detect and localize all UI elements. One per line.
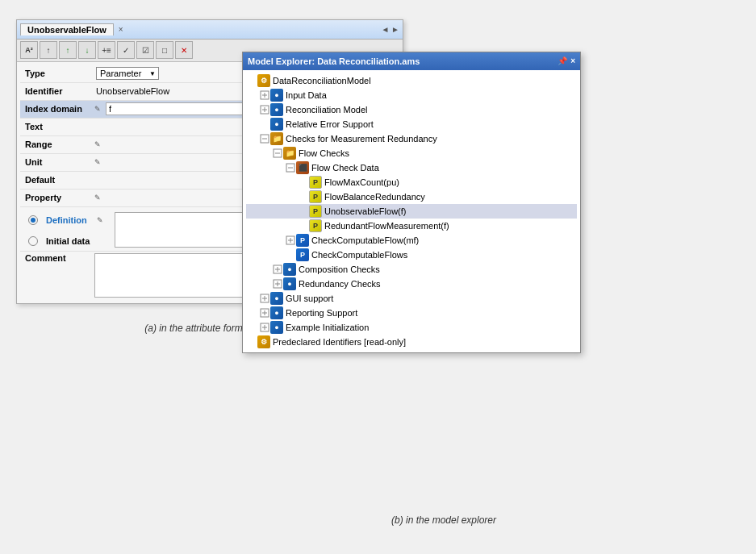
main-container: UnobservableFlow × ◄ ► A² ↑ ↑ ↓ +≡ ✓ ☑ □… <box>16 19 740 535</box>
expand-icon-rel-error[interactable] <box>259 119 270 130</box>
expand-icon-flow-max[interactable] <box>298 177 309 188</box>
tree-label-flow-bal: FlowBalanceRedundancy <box>324 192 425 202</box>
range-label: Range <box>20 138 93 151</box>
property-label: Property <box>20 191 93 204</box>
node-icon-gui-support: ● <box>270 292 283 305</box>
expand-icon-predeclared[interactable] <box>246 336 257 348</box>
node-icon-check-comp-flow: P <box>296 234 309 247</box>
tree-item-example-init[interactable]: ●Example Initialization <box>246 320 577 335</box>
expand-icon-flow-checks[interactable] <box>272 148 283 159</box>
node-icon-rel-error: ● <box>270 118 283 131</box>
tree-item-checks-meas[interactable]: 📁Checks for Measurement Redundancy <box>246 131 577 146</box>
explorer-titlebar: Model Explorer: Data Reconciliation.ams … <box>243 52 580 70</box>
form-close-button[interactable]: × <box>117 25 125 34</box>
tree-label-flow-check-data: Flow Check Data <box>311 163 379 173</box>
expand-icon-checks-meas[interactable] <box>259 133 270 144</box>
text-label: Text <box>20 120 93 133</box>
expand-icon-redund-flow[interactable] <box>298 220 309 231</box>
expand-icon-input[interactable] <box>259 90 270 101</box>
tree-label-redund-flow: RedundantFlowMeasurement(f) <box>324 221 449 231</box>
tree-item-root[interactable]: ⚙DataReconciliationModel <box>246 73 577 88</box>
tree-item-predeclared[interactable]: ⚙Predeclared Identifiers [read-only] <box>246 335 577 349</box>
tree-item-flow-max[interactable]: PFlowMaxCount(pu) <box>246 175 577 190</box>
type-select[interactable]: Parameter <box>96 67 159 80</box>
tree-item-redund-checks[interactable]: ●Redundancy Checks <box>246 277 577 291</box>
toolbar-btn-up1[interactable]: ↑ <box>40 41 57 59</box>
tree-label-comp-checks: Composition Checks <box>299 265 380 274</box>
titlebar-nav[interactable]: ◄ ► <box>381 25 399 34</box>
initial-data-radio[interactable] <box>28 236 38 246</box>
type-label: Type <box>20 67 93 80</box>
node-icon-comp-checks: ● <box>283 263 296 276</box>
node-icon-check-comp-flows: P <box>296 248 309 261</box>
toolbar-btn-a2[interactable]: A² <box>20 41 38 59</box>
explorer-title: Model Explorer: Data Reconciliation.ams <box>248 56 420 66</box>
node-icon-redund-checks: ● <box>283 277 296 290</box>
toolbar-btn-up2[interactable]: ↑ <box>59 41 77 59</box>
definition-label: Definition <box>41 214 92 227</box>
default-label: Default <box>20 173 93 186</box>
tree-item-flow-bal[interactable]: PFlowBalanceRedundancy <box>246 190 577 204</box>
expand-icon-recon[interactable] <box>259 104 270 115</box>
range-edit-icon[interactable]: ✎ <box>93 140 102 148</box>
tree-item-recon[interactable]: ●Reconciliation Model <box>246 102 577 117</box>
tree-item-flow-check-data[interactable]: ⬛Flow Check Data <box>246 160 577 175</box>
toolbar-btn-check[interactable]: ✓ <box>117 41 135 59</box>
expand-icon-check-comp-flows[interactable] <box>285 249 296 260</box>
property-edit-icon[interactable]: ✎ <box>93 194 102 202</box>
expand-icon-flow-bal[interactable] <box>298 191 309 202</box>
definition-radio[interactable] <box>28 215 38 225</box>
expand-icon-unobs-flow[interactable] <box>298 206 309 217</box>
tree-label-input: Input Data <box>286 90 327 100</box>
expand-icon-redund-checks[interactable] <box>272 278 283 289</box>
expand-icon-example-init[interactable] <box>259 322 270 333</box>
node-icon-input: ● <box>270 89 283 102</box>
tree-label-flow-checks: Flow Checks <box>299 148 349 158</box>
tree-item-unobs-flow[interactable]: PUnobservableFlow(f) <box>246 204 577 219</box>
pin-icon[interactable]: 📌 <box>558 56 567 65</box>
toolbar-btn-check2[interactable]: ☑ <box>136 41 154 59</box>
node-icon-recon: ● <box>270 103 283 116</box>
expand-icon-gui-support[interactable] <box>259 293 270 304</box>
tree-item-input[interactable]: ●Input Data <box>246 88 577 102</box>
node-icon-redund-flow: P <box>309 219 322 232</box>
form-tab-title[interactable]: UnobservableFlow <box>20 23 114 35</box>
initial-data-radio-row[interactable]: Initial data <box>23 233 110 249</box>
tree-label-unobs-flow: UnobservableFlow(f) <box>324 206 406 216</box>
definition-edit-icon[interactable]: ✎ <box>95 216 105 224</box>
definition-radio-row[interactable]: Definition ✎ <box>23 212 110 228</box>
tree-label-recon: Reconciliation Model <box>286 105 368 115</box>
type-select-wrapper[interactable]: Parameter <box>96 67 159 80</box>
explorer-close-icon[interactable]: × <box>570 56 575 65</box>
tree-item-gui-support[interactable]: ●GUI support <box>246 291 577 306</box>
model-explorer: Model Explorer: Data Reconciliation.ams … <box>242 52 581 353</box>
node-icon-reporting: ● <box>270 306 283 319</box>
tree-label-rel-error: Relative Error Support <box>286 119 374 129</box>
tree-item-check-comp-flows[interactable]: PCheckComputableFlows <box>246 248 577 262</box>
tree-item-check-comp-flow[interactable]: PCheckComputableFlow(mf) <box>246 233 577 248</box>
toolbar-btn-down[interactable]: ↓ <box>78 41 96 59</box>
expand-icon-flow-check-data[interactable] <box>285 162 296 173</box>
expand-icon-check-comp-flow[interactable] <box>285 235 296 246</box>
expand-icon-root[interactable] <box>246 75 257 86</box>
node-icon-flow-checks: 📁 <box>283 147 296 160</box>
expand-icon-reporting[interactable] <box>259 307 270 319</box>
node-icon-example-init: ● <box>270 321 283 334</box>
index-domain-label: Index domain <box>20 102 93 115</box>
node-icon-unobs-flow: P <box>309 205 322 218</box>
expand-icon-comp-checks[interactable] <box>272 264 283 275</box>
unit-edit-icon[interactable]: ✎ <box>93 158 102 166</box>
tree-label-predeclared: Predeclared Identifiers [read-only] <box>273 337 406 347</box>
tree-item-redund-flow[interactable]: PRedundantFlowMeasurement(f) <box>246 219 577 233</box>
toolbar-btn-add[interactable]: +≡ <box>98 41 115 59</box>
tree-item-reporting[interactable]: ●Reporting Support <box>246 306 577 320</box>
explorer-title-icons: 📌 × <box>558 56 575 65</box>
toolbar-btn-close[interactable]: ✕ <box>175 41 193 59</box>
tree-item-rel-error[interactable]: ●Relative Error Support <box>246 117 577 131</box>
tree-item-comp-checks[interactable]: ●Composition Checks <box>246 262 577 277</box>
toolbar-btn-copy[interactable]: □ <box>156 41 173 59</box>
node-icon-root: ⚙ <box>257 74 270 87</box>
tree-item-flow-checks[interactable]: 📁Flow Checks <box>246 146 577 160</box>
index-domain-edit-icon[interactable]: ✎ <box>93 105 102 113</box>
tree-label-redund-checks: Redundancy Checks <box>299 279 381 289</box>
